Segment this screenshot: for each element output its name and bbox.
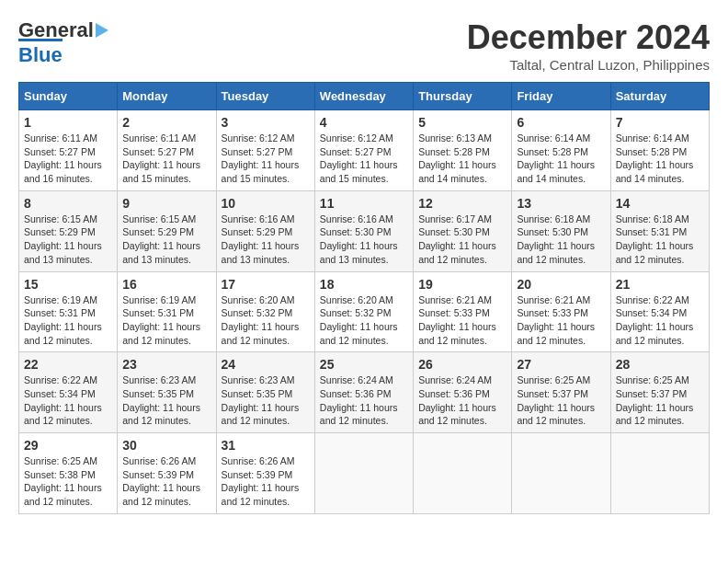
calendar-cell: 16 Sunrise: 6:19 AM Sunset: 5:31 PM Dayl… bbox=[118, 271, 216, 352]
day-number: 2 bbox=[122, 115, 210, 130]
day-number: 10 bbox=[222, 196, 310, 211]
calendar-cell: 19 Sunrise: 6:21 AM Sunset: 5:33 PM Dayl… bbox=[414, 271, 512, 352]
page-header: General Blue December 2024 Taltal, Centr… bbox=[18, 18, 710, 73]
calendar-cell: 4 Sunrise: 6:12 AM Sunset: 5:27 PM Dayli… bbox=[314, 110, 413, 191]
day-info: Sunrise: 6:22 AM Sunset: 5:34 PM Dayligh… bbox=[24, 373, 112, 428]
day-info: Sunrise: 6:15 AM Sunset: 5:29 PM Dayligh… bbox=[122, 213, 210, 267]
day-number: 12 bbox=[418, 196, 506, 211]
calendar-cell: 23 Sunrise: 6:23 AM Sunset: 5:35 PM Dayl… bbox=[118, 352, 216, 433]
day-number: 27 bbox=[517, 357, 605, 372]
calendar-cell: 9 Sunrise: 6:15 AM Sunset: 5:29 PM Dayli… bbox=[118, 190, 216, 271]
day-info: Sunrise: 6:12 AM Sunset: 5:27 PM Dayligh… bbox=[320, 132, 408, 186]
day-info: Sunrise: 6:26 AM Sunset: 5:39 PM Dayligh… bbox=[122, 454, 210, 509]
day-number: 26 bbox=[418, 357, 506, 372]
calendar-cell: 13 Sunrise: 6:18 AM Sunset: 5:30 PM Dayl… bbox=[512, 190, 610, 271]
calendar-cell bbox=[512, 433, 610, 514]
calendar-cell: 25 Sunrise: 6:24 AM Sunset: 5:36 PM Dayl… bbox=[314, 352, 413, 433]
day-info: Sunrise: 6:25 AM Sunset: 5:37 PM Dayligh… bbox=[517, 373, 605, 428]
day-info: Sunrise: 6:12 AM Sunset: 5:27 PM Dayligh… bbox=[222, 132, 310, 186]
day-info: Sunrise: 6:20 AM Sunset: 5:32 PM Dayligh… bbox=[222, 293, 310, 348]
calendar-cell: 29 Sunrise: 6:25 AM Sunset: 5:38 PM Dayl… bbox=[19, 433, 118, 514]
day-info: Sunrise: 6:11 AM Sunset: 5:27 PM Dayligh… bbox=[122, 132, 210, 186]
calendar-cell: 21 Sunrise: 6:22 AM Sunset: 5:34 PM Dayl… bbox=[610, 271, 709, 352]
calendar-cell: 26 Sunrise: 6:24 AM Sunset: 5:36 PM Dayl… bbox=[414, 352, 512, 433]
calendar-cell: 7 Sunrise: 6:14 AM Sunset: 5:28 PM Dayli… bbox=[610, 110, 709, 191]
calendar-cell: 1 Sunrise: 6:11 AM Sunset: 5:27 PM Dayli… bbox=[19, 110, 118, 191]
calendar-cell: 2 Sunrise: 6:11 AM Sunset: 5:27 PM Dayli… bbox=[118, 110, 216, 191]
day-number: 14 bbox=[616, 196, 704, 211]
calendar-cell: 12 Sunrise: 6:17 AM Sunset: 5:30 PM Dayl… bbox=[414, 190, 512, 271]
day-number: 24 bbox=[222, 357, 310, 372]
day-info: Sunrise: 6:22 AM Sunset: 5:34 PM Dayligh… bbox=[616, 293, 704, 348]
day-number: 25 bbox=[320, 357, 408, 372]
day-number: 18 bbox=[320, 277, 408, 292]
day-number: 11 bbox=[320, 196, 408, 211]
day-info: Sunrise: 6:14 AM Sunset: 5:28 PM Dayligh… bbox=[616, 132, 704, 186]
day-info: Sunrise: 6:11 AM Sunset: 5:27 PM Dayligh… bbox=[24, 132, 112, 186]
calendar-cell bbox=[414, 433, 512, 514]
calendar-cell: 20 Sunrise: 6:21 AM Sunset: 5:33 PM Dayl… bbox=[512, 271, 610, 352]
weekday-header-tuesday: Tuesday bbox=[216, 83, 314, 110]
calendar-cell: 15 Sunrise: 6:19 AM Sunset: 5:31 PM Dayl… bbox=[19, 271, 118, 352]
day-info: Sunrise: 6:18 AM Sunset: 5:31 PM Dayligh… bbox=[616, 213, 704, 267]
calendar-cell: 24 Sunrise: 6:23 AM Sunset: 5:35 PM Dayl… bbox=[216, 352, 314, 433]
day-number: 19 bbox=[418, 277, 506, 292]
calendar-table: SundayMondayTuesdayWednesdayThursdayFrid… bbox=[18, 82, 710, 514]
day-number: 30 bbox=[122, 438, 210, 453]
calendar-cell: 3 Sunrise: 6:12 AM Sunset: 5:27 PM Dayli… bbox=[216, 110, 314, 191]
calendar-cell bbox=[610, 433, 709, 514]
day-number: 6 bbox=[517, 115, 605, 130]
day-info: Sunrise: 6:13 AM Sunset: 5:28 PM Dayligh… bbox=[418, 132, 506, 186]
calendar-cell: 30 Sunrise: 6:26 AM Sunset: 5:39 PM Dayl… bbox=[118, 433, 216, 514]
weekday-header-saturday: Saturday bbox=[610, 83, 709, 110]
day-info: Sunrise: 6:26 AM Sunset: 5:39 PM Dayligh… bbox=[222, 454, 310, 509]
day-info: Sunrise: 6:23 AM Sunset: 5:35 PM Dayligh… bbox=[122, 373, 210, 428]
day-info: Sunrise: 6:21 AM Sunset: 5:33 PM Dayligh… bbox=[418, 293, 506, 348]
day-info: Sunrise: 6:25 AM Sunset: 5:37 PM Dayligh… bbox=[616, 373, 704, 428]
calendar-cell: 31 Sunrise: 6:26 AM Sunset: 5:39 PM Dayl… bbox=[216, 433, 314, 514]
title-block: December 2024 Taltal, Central Luzon, Phi… bbox=[467, 18, 710, 73]
day-number: 17 bbox=[222, 277, 310, 292]
day-number: 15 bbox=[24, 277, 112, 292]
calendar-cell: 14 Sunrise: 6:18 AM Sunset: 5:31 PM Dayl… bbox=[610, 190, 709, 271]
day-info: Sunrise: 6:24 AM Sunset: 5:36 PM Dayligh… bbox=[320, 373, 408, 428]
weekday-header-wednesday: Wednesday bbox=[314, 83, 413, 110]
day-info: Sunrise: 6:16 AM Sunset: 5:29 PM Dayligh… bbox=[222, 213, 310, 267]
day-number: 29 bbox=[24, 438, 112, 453]
day-number: 7 bbox=[616, 115, 704, 130]
calendar-cell bbox=[314, 433, 413, 514]
day-number: 13 bbox=[517, 196, 605, 211]
day-info: Sunrise: 6:18 AM Sunset: 5:30 PM Dayligh… bbox=[517, 213, 605, 267]
calendar-cell: 11 Sunrise: 6:16 AM Sunset: 5:30 PM Dayl… bbox=[314, 190, 413, 271]
day-number: 4 bbox=[320, 115, 408, 130]
day-info: Sunrise: 6:17 AM Sunset: 5:30 PM Dayligh… bbox=[418, 213, 506, 267]
day-number: 5 bbox=[418, 115, 506, 130]
day-number: 9 bbox=[122, 196, 210, 211]
calendar-cell: 28 Sunrise: 6:25 AM Sunset: 5:37 PM Dayl… bbox=[610, 352, 709, 433]
day-number: 3 bbox=[222, 115, 310, 130]
day-info: Sunrise: 6:23 AM Sunset: 5:35 PM Dayligh… bbox=[222, 373, 310, 428]
calendar-cell: 22 Sunrise: 6:22 AM Sunset: 5:34 PM Dayl… bbox=[19, 352, 118, 433]
calendar-cell: 18 Sunrise: 6:20 AM Sunset: 5:32 PM Dayl… bbox=[314, 271, 413, 352]
day-info: Sunrise: 6:16 AM Sunset: 5:30 PM Dayligh… bbox=[320, 213, 408, 267]
day-number: 23 bbox=[122, 357, 210, 372]
weekday-header-monday: Monday bbox=[118, 83, 216, 110]
calendar-cell: 10 Sunrise: 6:16 AM Sunset: 5:29 PM Dayl… bbox=[216, 190, 314, 271]
day-number: 1 bbox=[24, 115, 112, 130]
weekday-header-thursday: Thursday bbox=[414, 83, 512, 110]
day-info: Sunrise: 6:24 AM Sunset: 5:36 PM Dayligh… bbox=[418, 373, 506, 428]
weekday-header-friday: Friday bbox=[512, 83, 610, 110]
weekday-header-sunday: Sunday bbox=[19, 83, 118, 110]
day-info: Sunrise: 6:20 AM Sunset: 5:32 PM Dayligh… bbox=[320, 293, 408, 348]
day-info: Sunrise: 6:19 AM Sunset: 5:31 PM Dayligh… bbox=[122, 293, 210, 348]
day-info: Sunrise: 6:15 AM Sunset: 5:29 PM Dayligh… bbox=[24, 213, 112, 267]
calendar-cell: 5 Sunrise: 6:13 AM Sunset: 5:28 PM Dayli… bbox=[414, 110, 512, 191]
day-number: 16 bbox=[122, 277, 210, 292]
day-info: Sunrise: 6:19 AM Sunset: 5:31 PM Dayligh… bbox=[24, 293, 112, 348]
logo-blue: Blue bbox=[18, 39, 63, 67]
day-number: 8 bbox=[24, 196, 112, 211]
day-number: 22 bbox=[24, 357, 112, 372]
day-info: Sunrise: 6:14 AM Sunset: 5:28 PM Dayligh… bbox=[517, 132, 605, 186]
location: Taltal, Central Luzon, Philippines bbox=[467, 57, 710, 73]
calendar-cell: 17 Sunrise: 6:20 AM Sunset: 5:32 PM Dayl… bbox=[216, 271, 314, 352]
